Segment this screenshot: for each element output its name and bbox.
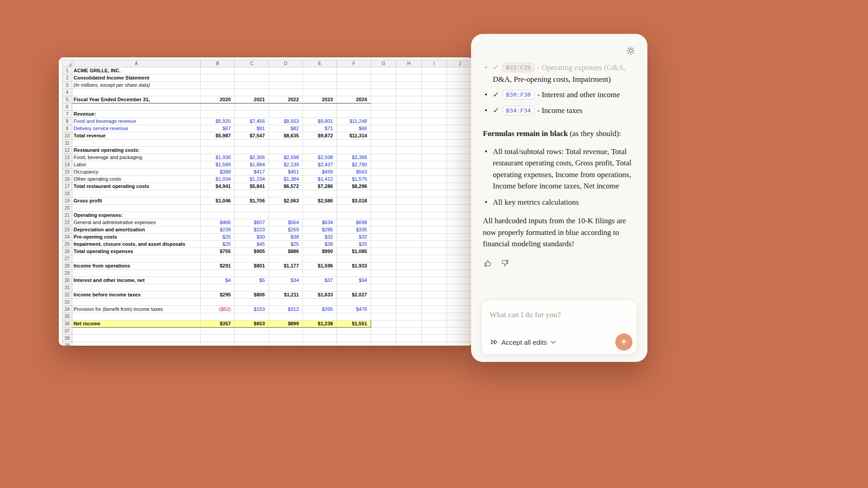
cell-A38[interactable]	[72, 335, 200, 342]
cell-E1[interactable]	[303, 67, 337, 75]
cell-F6[interactable]	[337, 103, 371, 111]
cell-F13[interactable]: $3,368	[337, 154, 371, 161]
cell-H14[interactable]	[396, 161, 421, 169]
cell-A20[interactable]	[72, 205, 200, 212]
cell-I13[interactable]	[421, 154, 447, 161]
cell-B29[interactable]	[201, 270, 235, 277]
cell-E10[interactable]: $9,872	[303, 132, 337, 140]
cell-A39[interactable]	[72, 342, 200, 346]
cell-J7[interactable]	[447, 111, 472, 118]
cell-F19[interactable]: $3,018	[337, 197, 371, 205]
column-header-E[interactable]: E	[303, 60, 337, 67]
cell-C9[interactable]: $91	[235, 125, 269, 132]
cell-C14[interactable]: $1,884	[235, 161, 269, 169]
cell-C10[interactable]: $7,547	[235, 132, 269, 140]
cell-F4[interactable]	[337, 89, 371, 96]
cell-G16[interactable]	[371, 176, 396, 183]
cell-H2[interactable]	[396, 75, 421, 82]
cell-D13[interactable]: $2,598	[269, 154, 302, 161]
row-header-2[interactable]: 2	[62, 75, 72, 82]
row-header-32[interactable]: 32	[62, 291, 72, 299]
row-header-17[interactable]: 17	[62, 183, 72, 190]
cell-G23[interactable]	[371, 226, 396, 234]
cell-F3[interactable]	[337, 82, 371, 89]
row-header-31[interactable]: 31	[62, 284, 72, 291]
cell-range-chip[interactable]: B34:F34	[502, 106, 534, 115]
cell-H23[interactable]	[396, 226, 421, 234]
cell-F18[interactable]	[337, 190, 371, 197]
cell-B7[interactable]	[201, 111, 235, 118]
cell-H32[interactable]	[396, 291, 421, 299]
cell-G6[interactable]	[371, 103, 396, 111]
row-header-23[interactable]: 23	[62, 226, 72, 234]
cell-G15[interactable]	[371, 169, 396, 176]
cell-A19[interactable]: Gross profit	[72, 197, 200, 205]
cell-C2[interactable]	[235, 75, 269, 82]
row-header-18[interactable]: 18	[62, 190, 72, 197]
cell-range-chip[interactable]: B30:F30	[502, 90, 534, 99]
cell-I31[interactable]	[421, 284, 447, 291]
cell-G31[interactable]	[371, 284, 396, 291]
cell-E38[interactable]	[303, 335, 337, 342]
row-header-33[interactable]: 33	[62, 299, 72, 306]
cell-I27[interactable]	[421, 255, 447, 263]
cell-E20[interactable]	[303, 205, 337, 212]
row-header-15[interactable]: 15	[62, 169, 72, 176]
thumbs-down-button[interactable]	[500, 258, 510, 268]
cell-D28[interactable]: $1,177	[269, 263, 302, 270]
cell-G30[interactable]	[371, 277, 396, 284]
cell-G14[interactable]	[371, 161, 396, 169]
cell-I5[interactable]	[421, 96, 447, 103]
cell-C28[interactable]: $801	[235, 263, 269, 270]
cell-J8[interactable]	[447, 118, 472, 125]
cell-E33[interactable]	[303, 299, 337, 306]
cell-G3[interactable]	[371, 82, 396, 89]
thumbs-up-button[interactable]	[483, 258, 493, 268]
cell-C3[interactable]	[235, 82, 269, 89]
cell-C26[interactable]: $905	[235, 248, 269, 255]
row-header-36[interactable]: 36	[62, 320, 72, 328]
row-header-3[interactable]: 3	[62, 82, 72, 89]
cell-A30[interactable]: Interest and other income, net	[72, 277, 200, 284]
cell-A21[interactable]: Operating expenses:	[72, 212, 200, 219]
cell-G2[interactable]	[371, 75, 396, 82]
cell-B38[interactable]	[201, 335, 235, 342]
column-header-D[interactable]: D	[269, 60, 302, 67]
cell-H10[interactable]	[396, 132, 421, 140]
row-header-19[interactable]: 19	[62, 197, 72, 205]
cell-B16[interactable]: $1,034	[201, 176, 235, 183]
cell-E5[interactable]: 2023	[303, 96, 337, 103]
cell-H27[interactable]	[396, 255, 421, 263]
cell-I21[interactable]	[421, 212, 447, 219]
cell-B19[interactable]: $1,046	[201, 197, 235, 205]
cell-G4[interactable]	[371, 89, 396, 96]
cell-D4[interactable]	[269, 89, 302, 96]
cell-A32[interactable]: Income before income taxes	[72, 291, 200, 299]
cell-E35[interactable]	[303, 313, 337, 320]
cell-J35[interactable]	[447, 313, 472, 320]
cell-C27[interactable]	[235, 255, 269, 263]
cell-A17[interactable]: Total restaurant operating costs	[72, 183, 200, 190]
cell-D1[interactable]	[269, 67, 302, 75]
cell-B24[interactable]: $25	[201, 234, 235, 241]
cell-B3[interactable]	[201, 82, 235, 89]
cell-J38[interactable]	[447, 335, 472, 342]
cell-J17[interactable]	[447, 183, 472, 190]
row-header-7[interactable]: 7	[62, 111, 72, 118]
cell-I24[interactable]	[421, 234, 447, 241]
cell-range-chip[interactable]: B22:F25	[502, 63, 534, 72]
row-header-9[interactable]: 9	[62, 125, 72, 132]
cell-I33[interactable]	[421, 299, 447, 306]
column-header-F[interactable]: F	[337, 60, 371, 67]
cell-G18[interactable]	[371, 190, 396, 197]
cell-I29[interactable]	[421, 270, 447, 277]
cell-C33[interactable]	[235, 299, 269, 306]
cell-G10[interactable]	[371, 132, 396, 140]
row-header-4[interactable]: 4	[62, 89, 72, 96]
cell-C6[interactable]	[235, 103, 269, 111]
cell-E9[interactable]: $71	[303, 125, 337, 132]
cell-J11[interactable]	[447, 140, 472, 147]
cell-B11[interactable]	[201, 140, 235, 147]
cell-H17[interactable]	[396, 183, 421, 190]
cell-B32[interactable]: $295	[201, 291, 235, 299]
